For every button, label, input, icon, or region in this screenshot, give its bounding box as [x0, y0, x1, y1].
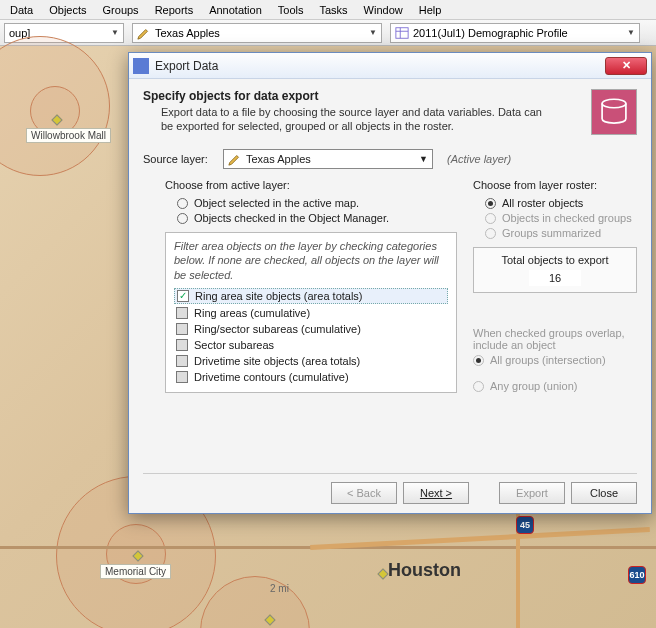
- check-ring-areas[interactable]: Ring areas (cumulative): [174, 306, 448, 320]
- filter-box: Filter area objects on the layer by chec…: [165, 232, 457, 393]
- source-layer-dropdown[interactable]: Texas Apples ▼: [223, 149, 433, 169]
- map-scale: 2 mi: [266, 582, 293, 595]
- pencil-icon: [228, 152, 242, 166]
- city-label-houston: Houston: [388, 560, 461, 581]
- radio-objects-checked[interactable]: Objects checked in the Object Manager.: [177, 212, 457, 224]
- pencil-icon: [137, 26, 151, 40]
- radio-any-group: Any group (union): [473, 380, 637, 392]
- back-button: < Back: [331, 482, 397, 504]
- interstate-shield-610: 610: [628, 566, 646, 584]
- svg-rect-0: [396, 27, 408, 38]
- menu-tasks[interactable]: Tasks: [313, 2, 353, 17]
- close-dialog-button[interactable]: Close: [571, 482, 637, 504]
- menu-tools[interactable]: Tools: [272, 2, 310, 17]
- radio-groups-summarized: Groups summarized: [485, 227, 637, 239]
- database-icon: [591, 89, 637, 135]
- chevron-down-icon: ▼: [365, 28, 377, 37]
- menu-reports[interactable]: Reports: [149, 2, 200, 17]
- radio-all-groups: All groups (intersection): [473, 354, 637, 366]
- menu-data[interactable]: Data: [4, 2, 39, 17]
- layer-dropdown[interactable]: Texas Apples ▼: [132, 23, 382, 43]
- interstate-shield-45: 45: [516, 516, 534, 534]
- chevron-down-icon: ▼: [623, 28, 635, 37]
- dialog-body: Specify objects for data export Export d…: [129, 79, 651, 513]
- app-icon: [133, 58, 149, 74]
- menu-objects[interactable]: Objects: [43, 2, 92, 17]
- table-icon: [395, 26, 409, 40]
- dataset-dropdown[interactable]: 2011(Jul1) Demographic Profile ▼: [390, 23, 640, 43]
- toolbar: oup] ▼ Texas Apples ▼ 2011(Jul1) Demogra…: [0, 20, 656, 46]
- radio-checked-groups: Objects in checked groups: [485, 212, 637, 224]
- layer-dropdown-value: Texas Apples: [155, 27, 220, 39]
- map-label-willowbrook: Willowbrook Mall: [26, 128, 111, 143]
- ring-area: [200, 576, 310, 628]
- check-ring-area-site[interactable]: Ring area site objects (area totals): [174, 288, 448, 304]
- check-sector-subareas[interactable]: Sector subareas: [174, 338, 448, 352]
- close-button[interactable]: ✕: [605, 57, 647, 75]
- menu-annotation[interactable]: Annotation: [203, 2, 268, 17]
- check-ring-sector-subareas[interactable]: Ring/sector subareas (cumulative): [174, 322, 448, 336]
- menu-help[interactable]: Help: [413, 2, 448, 17]
- total-objects-value: 16: [529, 270, 581, 286]
- overlap-hint: When checked groups overlap, include an …: [473, 327, 637, 351]
- choose-active-label: Choose from active layer:: [165, 179, 457, 191]
- export-button: Export: [499, 482, 565, 504]
- total-objects-label: Total objects to export: [482, 254, 628, 266]
- dataset-dropdown-value: 2011(Jul1) Demographic Profile: [413, 27, 568, 39]
- close-icon: ✕: [622, 59, 631, 72]
- menu-bar: Data Objects Groups Reports Annotation T…: [0, 0, 656, 20]
- dialog-title: Export Data: [155, 59, 218, 73]
- filter-hint: Filter area objects on the layer by chec…: [174, 239, 448, 282]
- dialog-titlebar[interactable]: Export Data ✕: [129, 53, 651, 79]
- button-row: < Back Next > Export Close: [143, 473, 637, 503]
- source-layer-label: Source layer:: [143, 153, 223, 165]
- radio-object-selected[interactable]: Object selected in the active map.: [177, 197, 457, 209]
- export-data-dialog: Export Data ✕ Specify objects for data e…: [128, 52, 652, 514]
- source-layer-value: Texas Apples: [246, 153, 311, 165]
- menu-window[interactable]: Window: [358, 2, 409, 17]
- next-button[interactable]: Next >: [403, 482, 469, 504]
- dialog-heading: Specify objects for data export: [143, 89, 583, 103]
- radio-all-roster[interactable]: All roster objects: [485, 197, 637, 209]
- active-layer-hint: (Active layer): [447, 153, 511, 165]
- dialog-subheading: Export data to a file by choosing the so…: [143, 105, 583, 134]
- total-objects-box: Total objects to export 16: [473, 247, 637, 293]
- city-marker: [377, 568, 388, 579]
- map-label-memorial: Memorial City: [100, 564, 171, 579]
- menu-groups[interactable]: Groups: [97, 2, 145, 17]
- check-drivetime-site[interactable]: Drivetime site objects (area totals): [174, 354, 448, 368]
- chevron-down-icon: ▼: [107, 28, 119, 37]
- choose-roster-label: Choose from layer roster:: [473, 179, 637, 191]
- svg-point-3: [602, 99, 626, 108]
- chevron-down-icon: ▼: [419, 154, 428, 164]
- check-drivetime-contours[interactable]: Drivetime contours (cumulative): [174, 370, 448, 384]
